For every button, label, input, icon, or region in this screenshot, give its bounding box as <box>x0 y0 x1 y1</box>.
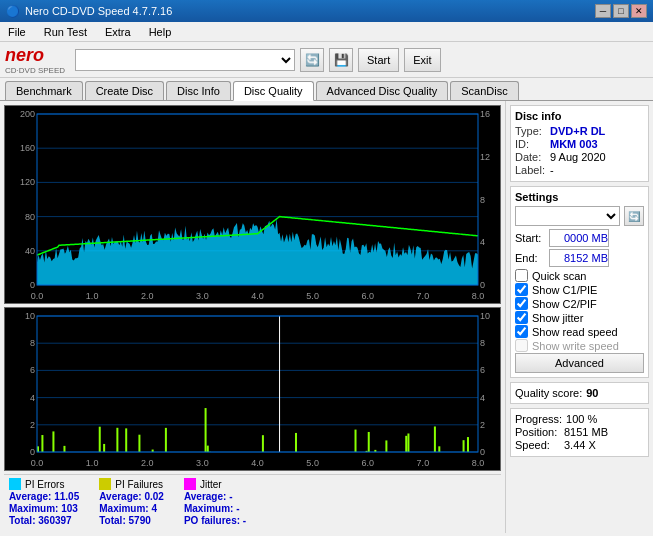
jitter-max-value: - <box>236 503 239 514</box>
save-icon-btn[interactable]: 💾 <box>329 48 353 72</box>
disc-date-row: Date: 9 Aug 2020 <box>515 151 644 163</box>
disc-type-row: Type: DVD+R DL <box>515 125 644 137</box>
disc-id-label: ID: <box>515 138 547 150</box>
show-read-speed-checkbox[interactable] <box>515 325 528 338</box>
legend-pi-failures-header: PI Failures <box>99 478 164 490</box>
start-mb-input[interactable] <box>549 229 609 247</box>
progress-label: Progress: <box>515 413 562 425</box>
minimize-button[interactable]: ─ <box>595 4 611 18</box>
disc-label-value: - <box>550 164 554 176</box>
show-jitter-row: Show jitter <box>515 311 644 324</box>
menu-extra[interactable]: Extra <box>101 25 135 39</box>
show-c1-pie-checkbox[interactable] <box>515 283 528 296</box>
menu-bar: File Run Test Extra Help <box>0 22 653 42</box>
progress-value: 100 % <box>566 413 597 425</box>
menu-run-test[interactable]: Run Test <box>40 25 91 39</box>
legend-jitter-header: Jitter <box>184 478 246 490</box>
pi-errors-color-dot <box>9 478 21 490</box>
position-row: Position: 8151 MB <box>515 426 644 438</box>
legend-jitter: Jitter Average: - Maximum: - PO failures… <box>184 478 246 526</box>
quick-scan-label: Quick scan <box>532 270 586 282</box>
pi-failures-total-label: Total: <box>99 515 125 526</box>
pi-failures-max-value: 4 <box>151 503 157 514</box>
drive-select[interactable] <box>75 49 295 71</box>
show-c2-pif-checkbox[interactable] <box>515 297 528 310</box>
position-value: 8151 MB <box>564 426 608 438</box>
tab-advanced-disc-quality[interactable]: Advanced Disc Quality <box>316 81 449 100</box>
quality-score-label: Quality score: <box>515 387 582 399</box>
speed-value: 3.44 X <box>564 439 596 451</box>
bottom-chart-canvas <box>5 308 500 470</box>
close-button[interactable]: ✕ <box>631 4 647 18</box>
pi-failures-label: PI Failures <box>115 479 163 490</box>
disc-info-title: Disc info <box>515 110 644 122</box>
position-label: Position: <box>515 426 560 438</box>
pi-failures-avg-label: Average: <box>99 491 141 502</box>
title-bar: 🔵 Nero CD-DVD Speed 4.7.7.16 ─ □ ✕ <box>0 0 653 22</box>
quality-row: Quality score: 90 <box>515 387 644 399</box>
show-jitter-label: Show jitter <box>532 312 583 324</box>
disc-info-section: Disc info Type: DVD+R DL ID: MKM 003 Dat… <box>510 105 649 182</box>
side-panel: Disc info Type: DVD+R DL ID: MKM 003 Dat… <box>505 101 653 533</box>
refresh-icon-btn[interactable]: 🔄 <box>300 48 324 72</box>
start-button[interactable]: Start <box>358 48 399 72</box>
exit-button[interactable]: Exit <box>404 48 440 72</box>
disc-date-value: 9 Aug 2020 <box>550 151 606 163</box>
quick-scan-row: Quick scan <box>515 269 644 282</box>
menu-help[interactable]: Help <box>145 25 176 39</box>
legend-pi-errors: PI Errors Average: 11.05 Maximum: 103 To… <box>9 478 79 526</box>
settings-refresh-icon[interactable]: 🔄 <box>624 206 644 226</box>
legend-pi-failures: PI Failures Average: 0.02 Maximum: 4 Tot… <box>99 478 164 526</box>
disc-label-row: Label: - <box>515 164 644 176</box>
show-read-speed-row: Show read speed <box>515 325 644 338</box>
jitter-label: Jitter <box>200 479 222 490</box>
title-bar-controls[interactable]: ─ □ ✕ <box>595 4 647 18</box>
pi-failures-avg-value: 0.02 <box>144 491 163 502</box>
menu-file[interactable]: File <box>4 25 30 39</box>
disc-label-label: Label: <box>515 164 547 176</box>
jitter-average: Average: - <box>184 491 246 502</box>
pi-errors-total-label: Total: <box>9 515 35 526</box>
speed-select[interactable] <box>515 206 620 226</box>
maximize-button[interactable]: □ <box>613 4 629 18</box>
pi-errors-maximum: Maximum: 103 <box>9 503 79 514</box>
bottom-chart <box>4 307 501 471</box>
tab-disc-info[interactable]: Disc Info <box>166 81 231 100</box>
legend-pi-errors-header: PI Errors <box>9 478 79 490</box>
pi-failures-max-label: Maximum: <box>99 503 148 514</box>
start-mb-label: Start: <box>515 232 545 244</box>
tab-disc-quality[interactable]: Disc Quality <box>233 81 314 101</box>
end-mb-label: End: <box>515 252 545 264</box>
nero-logo-text: nero <box>5 45 44 65</box>
end-mb-input[interactable] <box>549 249 609 267</box>
tab-benchmark[interactable]: Benchmark <box>5 81 83 100</box>
window-title: Nero CD-DVD Speed 4.7.7.16 <box>25 5 172 17</box>
speed-label: Speed: <box>515 439 560 451</box>
quick-scan-checkbox[interactable] <box>515 269 528 282</box>
progress-section: Progress: 100 % Position: 8151 MB Speed:… <box>510 408 649 457</box>
pi-failures-average: Average: 0.02 <box>99 491 164 502</box>
show-jitter-checkbox[interactable] <box>515 311 528 324</box>
app-icon: 🔵 <box>6 5 20 18</box>
show-c2-pif-label: Show C2/PIF <box>532 298 597 310</box>
nero-logo: nero CD·DVD SPEED <box>5 45 65 75</box>
advanced-button[interactable]: Advanced <box>515 353 644 373</box>
pi-failures-maximum: Maximum: 4 <box>99 503 164 514</box>
jitter-max-label: Maximum: <box>184 503 233 514</box>
start-mb-row: Start: <box>515 229 644 247</box>
tab-create-disc[interactable]: Create Disc <box>85 81 164 100</box>
jitter-avg-label: Average: <box>184 491 226 502</box>
pi-failures-color-dot <box>99 478 111 490</box>
pi-errors-avg-label: Average: <box>9 491 51 502</box>
pi-errors-average: Average: 11.05 <box>9 491 79 502</box>
pi-failures-total: Total: 5790 <box>99 515 164 526</box>
top-chart <box>4 105 501 304</box>
tab-scan-disc[interactable]: ScanDisc <box>450 81 518 100</box>
main-content: PI Errors Average: 11.05 Maximum: 103 To… <box>0 101 653 533</box>
pi-errors-avg-value: 11.05 <box>54 491 79 502</box>
toolbar: nero CD·DVD SPEED 🔄 💾 Start Exit <box>0 42 653 78</box>
tabs: Benchmark Create Disc Disc Info Disc Qua… <box>0 78 653 101</box>
show-write-speed-checkbox[interactable] <box>515 339 528 352</box>
pi-errors-max-label: Maximum: <box>9 503 58 514</box>
pi-errors-total: Total: 360397 <box>9 515 79 526</box>
